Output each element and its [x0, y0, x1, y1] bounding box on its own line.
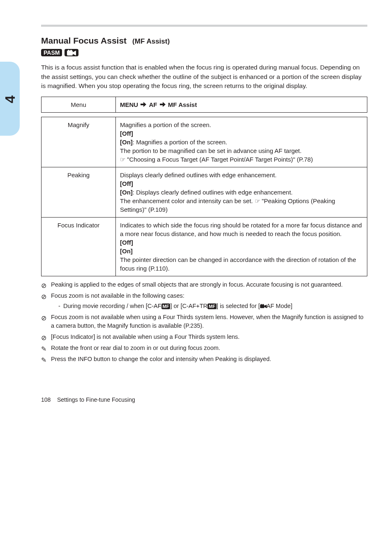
sub-list-item: - During movie recording / when [C-AFMF]… [58, 302, 367, 310]
option-name-peaking: Peaking [42, 167, 116, 217]
section-subtitle: (MF Assist) [132, 37, 170, 46]
svg-point-5 [262, 304, 263, 305]
list-item: ✎ Press the INFO button to change the co… [41, 355, 367, 364]
page-number: 108 [41, 396, 51, 403]
movie-icon [67, 50, 76, 56]
list-item: ⊘ Peaking is applied to the edges of sma… [41, 280, 367, 289]
option-name-magnify: Magnify [42, 117, 116, 167]
page-footer: 108 Settings to Fine-tune Focusing [41, 396, 367, 403]
list-item: ⊘ Focus zoom is not available in the fol… [41, 292, 367, 310]
reference-icon: ☞ [120, 155, 125, 164]
svg-point-2 [70, 50, 72, 51]
option-desc-peaking: Displays clearly defined outlines with e… [116, 167, 367, 217]
mf-badge: MF [208, 303, 217, 309]
menu-table: Menu MENU AF MF Assist [41, 97, 367, 113]
mode-badge-pasm: PASM [41, 49, 62, 56]
mf-badge: MF [161, 303, 171, 309]
tip-icon: ✎ [41, 344, 46, 354]
svg-rect-0 [67, 51, 73, 56]
movie-icon [260, 303, 267, 309]
list-item: ✎ Rotate the front or rear dial to zoom … [41, 344, 367, 352]
page-section-label: Settings to Fine-tune Focusing [57, 396, 135, 403]
tip-icon: ✎ [41, 355, 46, 365]
menu-path-leaf: MF Assist [168, 101, 197, 108]
section-heading: Manual Focus Assist (MF Assist) [41, 36, 367, 46]
chapter-tab: 4 [0, 62, 20, 136]
mode-badge-movie [65, 49, 78, 56]
menu-path: MENU AF MF Assist [116, 97, 367, 112]
list-item: ⊘ Focus zoom is not available when using… [41, 313, 367, 330]
arrow-right-icon [159, 100, 166, 109]
dash-icon: - [58, 302, 60, 310]
svg-point-4 [261, 304, 262, 305]
table-row: Magnify Magnifies a portion of the scree… [42, 117, 367, 167]
option-desc-focus-indicator: Indicates to which side the focus ring s… [116, 217, 367, 276]
reference-icon: ☞ [255, 197, 260, 205]
option-desc-magnify: Magnifies a portion of the screen. [Off]… [116, 117, 367, 167]
chapter-number: 4 [2, 95, 18, 103]
section-title: Manual Focus Assist [41, 36, 127, 46]
table-row: Peaking Displays clearly defined outline… [42, 167, 367, 217]
svg-rect-3 [260, 305, 264, 308]
menu-path-root: MENU [120, 101, 138, 108]
arrow-right-icon [140, 100, 147, 109]
intro-paragraph: This is a focus assist function that is … [41, 63, 367, 90]
caution-icon: ⊘ [41, 292, 46, 301]
options-table: Magnify Magnifies a portion of the scree… [41, 117, 367, 276]
section-rule [41, 25, 367, 27]
availability-row: PASM [41, 49, 367, 56]
notes-list: ⊘ Peaking is applied to the edges of sma… [41, 280, 367, 364]
table-row: Focus Indicator Indicates to which side … [42, 217, 367, 276]
menu-label: Menu [42, 97, 116, 112]
option-name-focus-indicator: Focus Indicator [42, 217, 116, 276]
caution-icon: ⊘ [41, 281, 46, 290]
svg-point-1 [68, 50, 69, 51]
caution-icon: ⊘ [41, 333, 46, 343]
caution-icon: ⊘ [41, 313, 46, 323]
menu-path-af: AF [149, 101, 157, 108]
list-item: ⊘ [Focus Indicator] is not available whe… [41, 333, 367, 341]
